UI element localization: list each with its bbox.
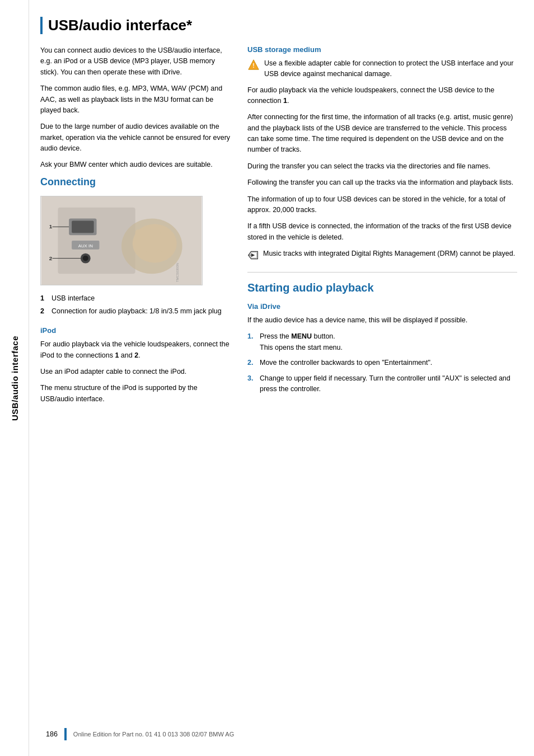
- usb-para-3: During the transfer you can select the t…: [247, 161, 517, 172]
- drm-note-text: Music tracks with integrated Digital Rig…: [263, 248, 515, 259]
- step-1-num: 1.: [247, 331, 256, 353]
- warning-text: Use a flexible adapter cable for connect…: [264, 58, 517, 79]
- step-3: 3. Change to upper field if necessary. T…: [247, 373, 517, 395]
- svg-rect-15: [144, 227, 151, 251]
- step-2: 2. Move the controller backwards to open…: [247, 358, 517, 368]
- right-column: USB storage medium ! Use a flexible adap…: [247, 45, 517, 739]
- svg-rect-17: [160, 231, 166, 252]
- intro-para-4: Ask your BMW center which audio devices …: [40, 159, 231, 170]
- footer-bar: [64, 728, 67, 740]
- footer-page-num: 186: [46, 730, 58, 738]
- page-container: USB/audio interface USB/audio interface*…: [0, 0, 534, 756]
- svg-rect-16: [152, 228, 158, 251]
- page-title: USB/audio interface*: [40, 17, 517, 34]
- item-num-2: 2: [40, 306, 48, 317]
- svg-text:!: !: [252, 63, 254, 69]
- connector-item-2: 2 Connection for audio playback: 1/8 in/…: [40, 306, 231, 317]
- ipod-para-3: The menu structure of the iPod is suppor…: [40, 383, 231, 405]
- ipod-para-1: For audio playback via the vehicle louds…: [40, 339, 231, 361]
- svg-text:2: 2: [49, 255, 53, 261]
- svg-text:AUX IN: AUX IN: [78, 243, 93, 248]
- warning-box: ! Use a flexible adapter cable for conne…: [247, 58, 517, 79]
- audio-playback-heading: Starting audio playback: [247, 272, 517, 294]
- step-3-text: Change to upper field if necessary. Turn…: [260, 373, 517, 395]
- item-num-1: 1: [40, 293, 48, 304]
- via-idrive-intro: If the audio device has a device name, t…: [247, 315, 517, 326]
- svg-rect-3: [72, 220, 94, 233]
- ipod-heading: iPod: [40, 326, 231, 335]
- via-idrive-heading: Via iDrive: [247, 302, 517, 311]
- step-1-text: Press the MENU button.This opens the sta…: [260, 331, 343, 353]
- sidebar: USB/audio interface: [0, 0, 29, 756]
- warning-icon: !: [247, 59, 260, 71]
- ipod-para-2: Use an iPod adapter cable to connect the…: [40, 367, 231, 377]
- usb-para-4: Following the transfer you can call up t…: [247, 177, 517, 188]
- step-2-text: Move the controller backwards to open "E…: [260, 358, 432, 368]
- svg-text:TMCS0300N: TMCS0300N: [176, 263, 179, 282]
- note-icon: [247, 250, 259, 261]
- usb-storage-heading: USB storage medium: [247, 45, 517, 54]
- svg-rect-14: [135, 229, 142, 252]
- item-text-2: Connection for audio playback: 1/8 in/3.…: [51, 306, 222, 317]
- step-3-num: 3.: [247, 373, 256, 395]
- footer: 186 Online Edition for Part no. 01 41 0 …: [29, 724, 534, 745]
- svg-point-7: [83, 255, 88, 261]
- intro-para-2: The common audio files, e.g. MP3, WMA, W…: [40, 83, 231, 116]
- svg-text:1: 1: [49, 223, 53, 229]
- two-col-layout: You can connect audio devices to the USB…: [40, 45, 517, 739]
- connecting-heading: Connecting: [40, 176, 231, 188]
- usb-para-6: If a fifth USB device is connected, the …: [247, 221, 517, 243]
- usb-para-2: After connecting for the first time, the…: [247, 112, 517, 156]
- connector-item-1: 1 USB interface: [40, 293, 231, 304]
- main-content: USB/audio interface* You can connect aud…: [29, 0, 534, 756]
- step-1: 1. Press the MENU button.This opens the …: [247, 331, 517, 353]
- intro-para-1: You can connect audio devices to the USB…: [40, 45, 231, 78]
- usb-para-1: For audio playback via the vehicle louds…: [247, 85, 517, 107]
- drm-note-box: Music tracks with integrated Digital Rig…: [247, 248, 517, 261]
- footer-text: Online Edition for Part no. 01 41 0 013 …: [73, 731, 234, 738]
- intro-para-3: Due to the large number of audio devices…: [40, 121, 231, 154]
- left-column: You can connect audio devices to the USB…: [40, 45, 231, 739]
- sidebar-label: USB/audio interface: [10, 335, 19, 420]
- step-2-num: 2.: [247, 358, 256, 368]
- svg-marker-24: [251, 253, 255, 257]
- connector-diagram: AUX IN 1 2: [40, 196, 203, 285]
- usb-para-5: The information of up to four USB device…: [247, 194, 517, 216]
- item-text-1: USB interface: [51, 293, 95, 304]
